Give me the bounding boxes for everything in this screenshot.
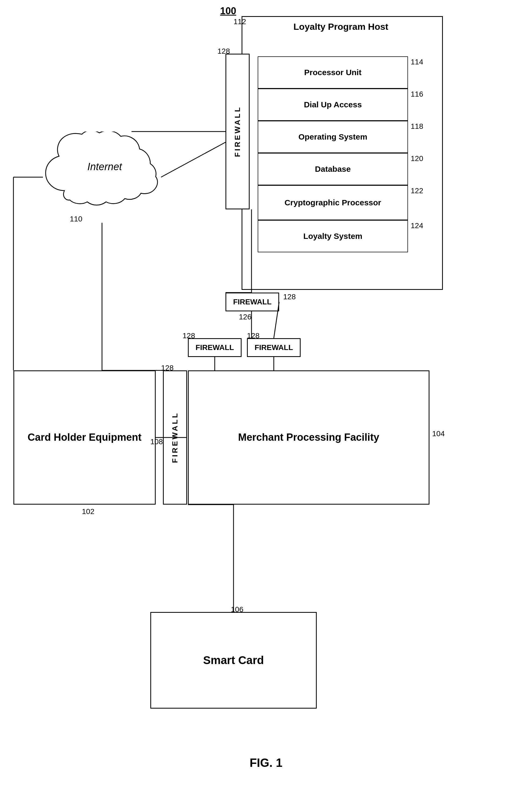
loyalty-host-title: Loyalty Program Host bbox=[258, 21, 424, 32]
cryptographic-processor-box: Cryptographic Processor bbox=[258, 185, 408, 220]
cardholder-box: Card Holder Equipment bbox=[14, 370, 156, 505]
loyalty-system-label: Loyalty System bbox=[303, 232, 362, 241]
firewall-horizontal-left: FIREWALL bbox=[188, 338, 242, 357]
ref-114: 114 bbox=[411, 58, 423, 66]
firewall-vertical-mid: FIREWALL bbox=[163, 370, 187, 505]
firewall-vertical-mid-label: FIREWALL bbox=[171, 412, 179, 463]
database-label: Database bbox=[315, 165, 350, 174]
merchant-box: Merchant Processing Facility bbox=[188, 370, 430, 505]
ref-102: 102 bbox=[82, 507, 94, 516]
diagram-container: 100 Loyalty Program Host 112 Processor U… bbox=[0, 0, 532, 791]
ref-128-mid: 128 bbox=[161, 364, 174, 372]
firewall-vertical-left: FIREWALL bbox=[226, 54, 250, 209]
ref-128-top2: 128 bbox=[283, 293, 296, 301]
ref-128-fw-left: 128 bbox=[183, 331, 195, 340]
figure-number: 100 bbox=[220, 5, 236, 17]
processor-unit-box: Processor Unit bbox=[258, 56, 408, 89]
operating-system-label: Operating System bbox=[299, 132, 367, 141]
merchant-label: Merchant Processing Facility bbox=[238, 431, 379, 444]
ref-128-top: 128 bbox=[217, 47, 230, 56]
firewall-horizontal-top: FIREWALL bbox=[226, 293, 279, 311]
loyalty-system-box: Loyalty System bbox=[258, 220, 408, 252]
ref-124: 124 bbox=[411, 221, 423, 230]
ref-120: 120 bbox=[411, 154, 423, 163]
operating-system-box: Operating System bbox=[258, 121, 408, 153]
ref-106: 106 bbox=[231, 605, 244, 614]
dial-up-access-label: Dial Up Access bbox=[304, 100, 362, 109]
database-box: Database bbox=[258, 153, 408, 185]
cryptographic-processor-label: Cryptographic Processor bbox=[285, 198, 381, 207]
ref-122: 122 bbox=[411, 187, 423, 195]
firewall-horizontal-top-label: FIREWALL bbox=[233, 298, 271, 306]
firewall-horizontal-right: FIREWALL bbox=[247, 338, 301, 357]
cardholder-label: Card Holder Equipment bbox=[27, 431, 141, 444]
ref-112: 112 bbox=[233, 17, 246, 26]
smartcard-box: Smart Card bbox=[150, 612, 317, 709]
processor-unit-label: Processor Unit bbox=[304, 68, 361, 77]
ref-126: 126 bbox=[239, 313, 251, 321]
internet-label: Internet bbox=[73, 161, 137, 173]
fig-label: FIG. 1 bbox=[250, 756, 282, 770]
svg-line-0 bbox=[161, 142, 226, 177]
firewall-horizontal-left-label: FIREWALL bbox=[195, 343, 234, 352]
ref-118: 118 bbox=[411, 122, 423, 131]
ref-110: 110 bbox=[70, 215, 82, 223]
smartcard-label: Smart Card bbox=[203, 654, 264, 667]
dial-up-access-box: Dial Up Access bbox=[258, 89, 408, 121]
ref-104: 104 bbox=[432, 429, 445, 438]
firewall-horizontal-right-label: FIREWALL bbox=[254, 343, 293, 352]
internet-cloud-svg bbox=[43, 132, 161, 223]
firewall-vertical-left-label: FIREWALL bbox=[233, 106, 242, 157]
ref-108: 108 bbox=[150, 438, 163, 446]
ref-116: 116 bbox=[411, 90, 423, 98]
ref-128-fw-right: 128 bbox=[247, 331, 260, 340]
